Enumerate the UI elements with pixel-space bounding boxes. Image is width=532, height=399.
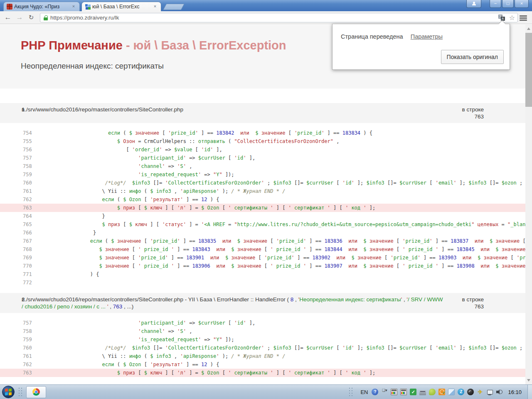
tab-error-exception[interactable]: юй \ База \ ErrorExc × xyxy=(81,2,161,11)
code-text: 'is_repeated_request' => "Y" ]); xyxy=(54,337,234,342)
frame-location: в /srv/www/chudo2016/repo/master/control… xyxy=(22,106,455,113)
chrome-menu-icon[interactable] xyxy=(518,13,529,22)
forward-button[interactable]: → xyxy=(14,12,25,23)
scrollbar-thumb[interactable] xyxy=(525,33,532,107)
page-scrollbar[interactable] xyxy=(525,25,532,384)
line-number: 756 xyxy=(0,145,54,154)
tray-doc-icon[interactable] xyxy=(448,389,455,395)
taskbar: EN ?❏▾✓Z✈ 16:10 xyxy=(0,384,532,399)
line-number: 757 xyxy=(0,319,54,327)
tray-plane-icon[interactable]: ✈ xyxy=(477,389,483,395)
tab-close-icon[interactable]: × xyxy=(71,4,76,10)
code-text: [ 'order_id' => $value [ 'id' ], xyxy=(54,147,222,153)
code-text: \ Yii :: инфо ( $ info3 , 'apiResponse' … xyxy=(54,353,285,359)
minimize-button[interactable]: − xyxy=(490,0,501,8)
line-number: 761 xyxy=(0,352,54,360)
translate-options-link[interactable]: Параметры xyxy=(411,33,443,40)
code-line: 758 'channel' => 'S' , xyxy=(0,162,525,170)
code-block: 754 если ( $ значение [ 'prize_id' ] == … xyxy=(0,123,525,293)
tray-restore-icon[interactable]: ❏▾ xyxy=(381,389,388,395)
code-line: 755 $ Озон = CrmCurlHelpers :: отправить… xyxy=(0,137,525,145)
translate-popup: Страница переведена Параметры Показать о… xyxy=(332,24,510,70)
line-number: 764 xyxy=(0,212,54,220)
code-text: 'channel' => 'S' , xyxy=(54,163,192,169)
code-line: 760 /*Log*/ $info3 []= 'CollectCertifica… xyxy=(0,179,525,187)
line-number: 762 xyxy=(0,360,54,369)
code-text: 'is_repeated_request' => "Y" ]); xyxy=(54,172,234,177)
tray-globe-icon[interactable] xyxy=(438,389,445,395)
line-number: 761 xyxy=(0,187,54,195)
new-tab-button[interactable] xyxy=(163,4,185,10)
padlock-icon[interactable] xyxy=(44,15,48,20)
chrome-taskbar-button[interactable] xyxy=(26,386,46,398)
show-desktop-button[interactable] xyxy=(527,385,532,399)
bookmark-star-icon[interactable]: ☆ xyxy=(509,14,515,22)
frame-index: 1. xyxy=(0,106,22,113)
line-number: 763 xyxy=(0,204,54,212)
show-original-button[interactable]: Показать оригинал xyxy=(441,50,504,64)
tray-check-icon[interactable]: ✓ xyxy=(410,389,416,395)
tray-help-icon[interactable]: ? xyxy=(372,389,378,395)
url-text[interactable]: https://promo.zdraivery.ru/lk xyxy=(50,15,498,21)
code-text: /*Log*/ $info3 []= 'CollectCertificatesF… xyxy=(54,345,522,351)
back-button[interactable]: ← xyxy=(2,12,13,23)
code-text: если ( $ Ozon [ 'результат' ] == 12 ) { xyxy=(54,197,219,202)
code-line: 759 'is_repeated_request' => "Y" ]); xyxy=(0,335,525,344)
code-text: } xyxy=(54,230,96,236)
page-content: PHP Примечание - юй \ База \ ErrorExcept… xyxy=(0,25,525,384)
line-number: 768 xyxy=(0,245,54,254)
translate-status-text: Страница переведена xyxy=(341,33,403,40)
code-line: 766 } xyxy=(0,229,525,237)
scroll-down-icon[interactable] xyxy=(527,379,530,382)
tray-fax-icon[interactable] xyxy=(391,389,397,395)
line-number: 758 xyxy=(0,327,54,335)
code-line: 761 \ Yii :: инфо ( $ info3 , 'apiRespon… xyxy=(0,187,525,195)
code-line: 757 'participant_id' => $currUser [ 'id'… xyxy=(0,154,525,162)
profile-button[interactable] xyxy=(466,0,481,8)
tab-akciya-chudo[interactable]: Акция Чудо: «Приз × xyxy=(3,2,80,11)
maximize-button[interactable]: □ xyxy=(502,0,514,8)
line-number: 759 xyxy=(0,335,54,344)
code-text: 'participant_id' => $currUser [ 'id' ], xyxy=(54,320,255,326)
tray-swirl-icon[interactable] xyxy=(467,389,474,395)
reload-button[interactable]: ↻ xyxy=(26,12,37,23)
tray-vol-icon[interactable] xyxy=(496,389,502,395)
tray-z-icon[interactable]: Z xyxy=(458,389,464,395)
tray-grip[interactable] xyxy=(348,387,353,397)
window-titlebar: Акция Чудо: «Приз × юй \ База \ ErrorExc… xyxy=(0,0,532,11)
taskbar-grip[interactable] xyxy=(18,387,23,397)
tray-fax2-icon[interactable] xyxy=(400,389,407,395)
tray-scanner-icon[interactable] xyxy=(419,390,426,395)
code-line: 764 } xyxy=(0,212,525,220)
code-line: 771 ) { xyxy=(0,270,525,278)
code-text: } xyxy=(54,213,105,219)
line-number: 759 xyxy=(0,170,54,179)
stack-frames: 1.в /srv/www/chudo2016/repo/master/contr… xyxy=(0,103,525,383)
error-type: PHP Примечание xyxy=(21,39,123,52)
language-indicator[interactable]: EN xyxy=(360,389,368,395)
line-number: 760 xyxy=(0,179,54,187)
code-line-highlighted: 763 $ приз [ $ ключ ] [ 'л' ] = $ Ozon [… xyxy=(0,369,525,377)
close-button[interactable]: × xyxy=(515,0,529,8)
code-text: если ( $ значение [ 'prize_id' ] == 1838… xyxy=(54,238,525,244)
code-block: 757 'participant_id' => $currUser [ 'id'… xyxy=(0,313,525,383)
frame-line-ref: в строке763 xyxy=(455,296,484,310)
tab-title: Акция Чудо: «Приз xyxy=(14,4,69,10)
frame-location: в /srv/www/chudo2016/repo/master/control… xyxy=(22,296,455,310)
tab-close-icon[interactable]: × xyxy=(152,4,158,10)
scroll-up-icon[interactable] xyxy=(527,27,530,30)
line-number: 771 xyxy=(0,270,54,278)
tray-net-icon[interactable] xyxy=(486,389,493,395)
code-text: 'channel' => 'S' , xyxy=(54,328,192,334)
address-bar[interactable]: https://promo.zdraivery.ru/lk ☆ xyxy=(40,13,518,22)
translate-page-icon[interactable] xyxy=(498,15,505,21)
start-button[interactable] xyxy=(2,386,15,398)
taskbar-clock[interactable]: 16:10 xyxy=(508,389,522,395)
tray-leaf-icon[interactable] xyxy=(429,389,436,395)
code-text: $ Озон = CrmCurlHelpers :: отправить ( "… xyxy=(54,138,339,144)
frame-header[interactable]: 2.в /srv/www/chudo2016/repo/master/contr… xyxy=(0,293,525,313)
code-text: $ приз [ $ ключ ] [ 'л' ] = $ Ozon [ ' с… xyxy=(54,205,375,211)
line-number: 765 xyxy=(0,220,54,229)
code-line: 761 \ Yii :: инфо ( $ info3 , 'apiRespon… xyxy=(0,352,525,360)
frame-header[interactable]: 1.в /srv/www/chudo2016/repo/master/contr… xyxy=(0,103,525,123)
